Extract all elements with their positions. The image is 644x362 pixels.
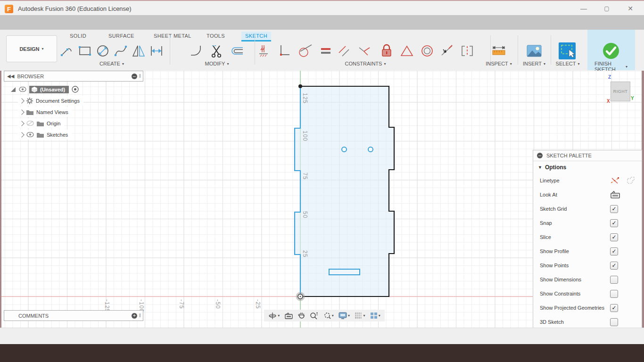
- fit-zoom-icon[interactable]: ▾: [323, 312, 334, 320]
- insert-tool-icon[interactable]: [525, 42, 543, 60]
- select-group-label[interactable]: SELECT▾: [556, 61, 580, 66]
- browser-resize-grip[interactable]: ‖: [139, 74, 141, 79]
- palette-options-section[interactable]: ▼ Options: [533, 161, 642, 173]
- constraints-group-label[interactable]: CONSTRAINTS▾: [345, 61, 386, 66]
- palette-row-show-dimensions: Show Dimensions: [533, 272, 642, 287]
- midpoint-constraint-icon[interactable]: [398, 42, 416, 60]
- minimize-button[interactable]: —: [577, 4, 591, 13]
- equal-constraint-icon[interactable]: [317, 42, 335, 60]
- rectangle-tool-icon[interactable]: [76, 42, 94, 60]
- ribbon-tab-sketch[interactable]: SKETCH: [241, 32, 271, 41]
- coincident-constraint-icon[interactable]: [255, 42, 273, 60]
- comments-resize-grip[interactable]: ‖: [139, 313, 141, 318]
- spline-tool-icon[interactable]: [112, 42, 130, 60]
- offset-tool-icon[interactable]: [227, 42, 245, 60]
- x-tick-n75: -75: [178, 299, 185, 309]
- close-button[interactable]: ✕: [623, 4, 637, 13]
- insert-group-label[interactable]: INSERT▾: [523, 61, 545, 66]
- palette-minimize-icon[interactable]: –: [537, 153, 543, 158]
- expand-arrow-icon[interactable]: [19, 121, 24, 126]
- workspace-design-dropdown[interactable]: DESIGN▾: [6, 35, 57, 62]
- inspect-tool-icon[interactable]: [490, 42, 508, 60]
- line-tool-icon[interactable]: [58, 42, 76, 60]
- pan-hand-icon[interactable]: [298, 312, 305, 320]
- finish-sketch-icon[interactable]: [602, 42, 620, 60]
- zoom-icon[interactable]: [310, 312, 318, 320]
- comments-bar[interactable]: COMMENTS + ‖: [4, 310, 143, 321]
- browser-item-named-views[interactable]: Named Views: [18, 107, 72, 117]
- circle-tool-icon[interactable]: [94, 42, 112, 60]
- sketch-slot-rectangle[interactable]: [329, 269, 360, 275]
- concentric-constraint-icon[interactable]: [418, 42, 436, 60]
- display-settings-icon[interactable]: ▾: [339, 312, 350, 319]
- sketch-dimension-tool-icon[interactable]: [148, 42, 165, 60]
- horizontal-vertical-constraint-icon[interactable]: [275, 42, 293, 60]
- viewcube[interactable]: RIGHT: [611, 82, 630, 101]
- ribbon-tab-tools[interactable]: TOOLS: [203, 32, 229, 40]
- collinear-constraint-icon[interactable]: [438, 42, 456, 60]
- 3d-sketch-checkbox[interactable]: [610, 318, 618, 326]
- fix-unfix-constraint-icon[interactable]: [378, 42, 396, 60]
- root-activate-icon[interactable]: [72, 86, 79, 93]
- browser-item-document-settings[interactable]: Document Settings: [18, 96, 83, 106]
- inspect-group-label[interactable]: INSPECT▾: [486, 61, 512, 66]
- look-at-icon[interactable]: [285, 313, 293, 319]
- centerline-linetype-icon[interactable]: [626, 176, 636, 185]
- perpendicular-constraint-icon[interactable]: [355, 42, 373, 60]
- section-collapse-caret-icon[interactable]: ▼: [538, 165, 542, 170]
- palette-row-show-constraints: Show Constraints: [533, 287, 642, 301]
- show-points-checkbox[interactable]: [610, 262, 618, 270]
- add-comment-icon[interactable]: +: [132, 313, 137, 319]
- parallel-constraint-icon[interactable]: [335, 42, 353, 60]
- tangent-constraint-icon[interactable]: [296, 42, 314, 60]
- ribbon-tab-solid[interactable]: SOLID: [66, 32, 90, 40]
- show-projected-geometries-checkbox[interactable]: [610, 304, 618, 312]
- snap-checkbox[interactable]: [610, 219, 618, 227]
- select-tool-icon[interactable]: [558, 42, 576, 60]
- ribbon-tab-surface[interactable]: SURFACE: [105, 32, 138, 40]
- grid-settings-icon[interactable]: ▾: [355, 312, 365, 319]
- symmetry-constraint-icon[interactable]: [458, 42, 476, 60]
- browser-minimize-icon[interactable]: –: [132, 74, 137, 79]
- show-profile-checkbox[interactable]: [610, 247, 618, 255]
- show-constraints-checkbox[interactable]: [610, 290, 618, 298]
- maximize-button[interactable]: ▢: [600, 4, 614, 13]
- root-visibility-eye-icon[interactable]: [19, 87, 26, 92]
- browser-header-label: BROWSER: [17, 74, 44, 79]
- create-group-label[interactable]: CREATE▾: [99, 61, 124, 66]
- browser-collapse-icon[interactable]: ◀◀: [7, 74, 14, 79]
- sketch-hole-circle-right[interactable]: [368, 147, 373, 152]
- visibility-eye-icon[interactable]: [26, 132, 34, 137]
- browser-root-row[interactable]: (Unsaved): [8, 84, 83, 94]
- sketch-palette-header[interactable]: – SKETCH PALETTE: [533, 150, 642, 161]
- hidden-eye-icon[interactable]: [26, 121, 34, 126]
- sketch-profile-fill[interactable]: [295, 86, 394, 296]
- expand-arrow-icon[interactable]: [19, 109, 24, 115]
- mirror-tool-icon[interactable]: [130, 42, 148, 60]
- orbit-icon[interactable]: ▾: [268, 312, 280, 320]
- trim-tool-icon[interactable]: [207, 42, 225, 60]
- x-tick-n50: -50: [215, 299, 221, 309]
- ribbon-tab-sheet-metal[interactable]: SHEET METAL: [150, 32, 195, 40]
- browser-item-origin[interactable]: Origin: [18, 118, 64, 128]
- sketch-hole-circle-left[interactable]: [342, 147, 347, 152]
- sketch-corner-point[interactable]: [298, 84, 302, 88]
- browser-item-sketches[interactable]: Sketches: [18, 130, 72, 140]
- viewports-icon[interactable]: ▾: [370, 312, 380, 319]
- sketch-palette: – SKETCH PALETTE ▼ Options Linetype Look…: [533, 150, 642, 332]
- look-at-icon[interactable]: [610, 190, 620, 199]
- browser-panel-header[interactable]: ◀◀ BROWSER – ‖: [4, 71, 143, 82]
- modify-group-label[interactable]: MODIFY▾: [205, 61, 229, 66]
- sketch-outline-blue[interactable]: [295, 86, 300, 296]
- expand-arrow-icon[interactable]: [19, 98, 24, 103]
- sketch-grid-checkbox[interactable]: [610, 205, 618, 213]
- origin-marker[interactable]: [296, 292, 305, 301]
- root-expand-icon[interactable]: [10, 87, 16, 92]
- show-dimensions-checkbox[interactable]: [610, 276, 618, 284]
- expand-arrow-icon[interactable]: [19, 132, 24, 137]
- window-border-left: [0, 71, 1, 342]
- slice-checkbox[interactable]: [610, 233, 618, 241]
- y-tick-100: 100: [302, 131, 308, 141]
- construction-linetype-icon[interactable]: [610, 176, 620, 185]
- fillet-tool-icon[interactable]: [188, 42, 206, 60]
